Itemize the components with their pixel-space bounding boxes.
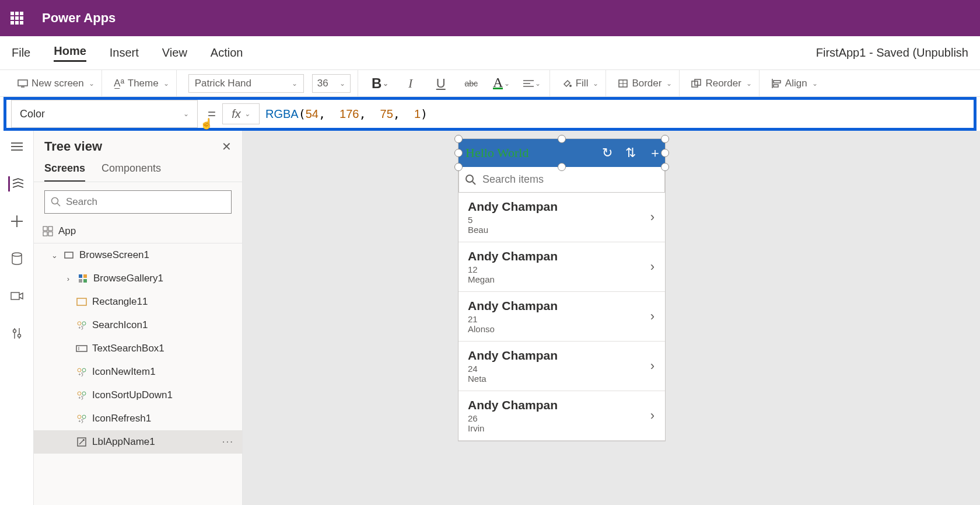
svg-rect-33: [83, 274, 87, 278]
underline-button[interactable]: U: [430, 76, 452, 91]
fx-button[interactable]: fx⌄: [222, 103, 260, 124]
more-icon[interactable]: ···: [222, 436, 234, 448]
left-rail: [0, 131, 34, 505]
chevron-down-icon: ⌄: [666, 79, 672, 88]
advanced-icon[interactable]: [9, 326, 24, 341]
node-searchicon[interactable]: +∑ SearchIcon1: [34, 314, 242, 337]
strikethrough-button[interactable]: abc: [461, 79, 482, 88]
data-icon[interactable]: [9, 251, 24, 266]
node-gallery[interactable]: › BrowseGallery1: [34, 267, 242, 290]
chevron-down-icon: ⌄: [812, 79, 818, 88]
close-icon[interactable]: ✕: [222, 140, 232, 154]
tree-title: Tree view: [44, 139, 102, 154]
item-sub: Neta: [468, 374, 656, 384]
canvas[interactable]: Hello World ↻ ⇅ ＋ Andy Champan: [243, 131, 980, 505]
font-color-button[interactable]: A⌄: [491, 77, 512, 89]
gallery-item[interactable]: Andy Champan 24 Neta ›: [459, 342, 665, 391]
gallery-item[interactable]: Andy Champan 26 Irvin ›: [459, 391, 665, 441]
tree-view-icon[interactable]: [8, 176, 23, 191]
formula-input[interactable]: RGBA(54, 176, 75, 1): [265, 107, 428, 121]
node-textsearchbox[interactable]: TextSearchBox1: [34, 337, 242, 360]
rectangle-icon: [76, 296, 88, 308]
menu-home[interactable]: Home: [54, 44, 86, 62]
align-button[interactable]: Align⌄: [764, 70, 825, 96]
chevron-right-icon[interactable]: ›: [650, 210, 654, 225]
svg-point-23: [13, 330, 16, 333]
preview-header[interactable]: Hello World ↻ ⇅ ＋: [459, 139, 665, 167]
waffle-icon[interactable]: [10, 12, 23, 25]
fill-button[interactable]: Fill⌄: [555, 70, 607, 96]
formula-bar-highlight: Color ⌄ = fx⌄ RGBA(54, 176, 75, 1) ☝: [4, 97, 977, 131]
item-name: Andy Champan: [468, 398, 656, 412]
svg-rect-32: [79, 274, 82, 278]
screen-node-icon: [63, 249, 75, 261]
theme-button[interactable]: A̲ª Theme⌄: [107, 70, 177, 96]
control-icon: +∑: [76, 413, 88, 424]
chevron-right-icon[interactable]: ›: [650, 309, 654, 324]
chevron-down-icon: ⌄: [504, 79, 510, 88]
item-num: 12: [468, 264, 656, 274]
node-iconrefresh[interactable]: +∑ IconRefresh1: [34, 407, 242, 430]
node-rectangle[interactable]: Rectangle11: [34, 290, 242, 314]
font-size-select[interactable]: 36⌄: [312, 74, 351, 93]
menu-insert[interactable]: Insert: [110, 46, 139, 60]
chevron-right-icon[interactable]: ›: [650, 358, 654, 374]
reorder-button[interactable]: Reorder⌄: [684, 70, 759, 96]
item-num: 5: [468, 215, 656, 225]
italic-button[interactable]: I: [400, 76, 421, 91]
chevron-down-icon: ⌄: [163, 79, 169, 88]
chevron-right-icon[interactable]: ›: [650, 408, 654, 423]
align-text-button[interactable]: ⌄: [522, 79, 542, 88]
refresh-icon[interactable]: ↻: [602, 145, 612, 161]
ribbon: New screen⌄ A̲ª Theme⌄ Patrick Hand⌄ 36⌄…: [0, 70, 980, 97]
tab-components[interactable]: Components: [102, 162, 161, 182]
node-iconsort[interactable]: +∑ IconSortUpDown1: [34, 384, 242, 407]
add-icon[interactable]: ＋: [649, 144, 662, 162]
menu-action[interactable]: Action: [211, 46, 243, 60]
item-sub: Megan: [468, 274, 656, 284]
node-app[interactable]: App: [34, 220, 242, 243]
font-select[interactable]: Patrick Hand⌄: [188, 74, 304, 93]
svg-text:+∑: +∑: [78, 372, 85, 377]
svg-point-19: [12, 253, 22, 256]
property-select[interactable]: Color ⌄: [11, 100, 198, 128]
app-status: FirstApp1 - Saved (Unpublish: [816, 46, 968, 60]
bold-button[interactable]: B⌄: [370, 75, 391, 92]
gallery-item[interactable]: Andy Champan 5 Beau ›: [459, 193, 665, 242]
node-browsescreen[interactable]: ⌄ BrowseScreen1: [34, 243, 242, 267]
border-button[interactable]: Border⌄: [611, 70, 680, 96]
gallery-item[interactable]: Andy Champan 21 Alonso ›: [459, 292, 665, 342]
node-lblappname[interactable]: LblAppName1 ···: [34, 430, 242, 454]
item-sub: Alonso: [468, 324, 656, 334]
new-screen-button[interactable]: New screen⌄: [10, 70, 102, 96]
gallery-item[interactable]: Andy Champan 12 Megan ›: [459, 242, 665, 292]
hamburger-icon[interactable]: [9, 139, 24, 154]
expand-icon[interactable]: ⌄: [50, 251, 58, 260]
svg-text:+∑: +∑: [78, 419, 85, 423]
item-num: 21: [468, 314, 656, 324]
svg-line-53: [473, 182, 475, 184]
media-icon[interactable]: [9, 288, 24, 304]
chevron-down-icon: ⌄: [593, 79, 598, 88]
svg-rect-13: [774, 85, 778, 87]
svg-text:+∑: +∑: [78, 325, 85, 330]
item-num: 24: [468, 364, 656, 374]
menu-file[interactable]: File: [12, 46, 30, 60]
expand-icon[interactable]: ›: [64, 274, 72, 283]
sort-icon[interactable]: ⇅: [625, 145, 636, 161]
chevron-down-icon: ⌄: [244, 110, 250, 118]
chevron-down-icon: ⌄: [746, 79, 752, 88]
svg-rect-34: [79, 279, 82, 283]
screen-icon: [18, 78, 28, 89]
tab-screens[interactable]: Screens: [44, 162, 85, 182]
tree-search[interactable]: [44, 190, 232, 214]
item-num: 26: [468, 413, 656, 423]
app-icon: [42, 225, 54, 237]
node-iconnewitem[interactable]: +∑ IconNewItem1: [34, 360, 242, 384]
chevron-right-icon[interactable]: ›: [650, 259, 654, 274]
tree-search-input[interactable]: [66, 196, 225, 208]
preview-search-input[interactable]: [482, 173, 659, 186]
search-icon: [51, 197, 61, 207]
menu-view[interactable]: View: [162, 46, 187, 60]
insert-icon[interactable]: [9, 214, 24, 229]
